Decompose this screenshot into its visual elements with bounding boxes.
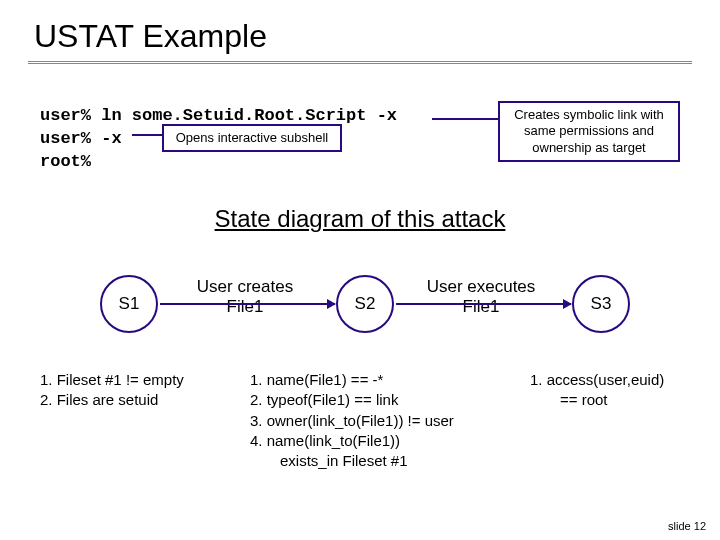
title-underline — [28, 61, 692, 64]
trans1-line2: File1 — [227, 297, 264, 316]
cond2-line4: 4. name(link_to(File1)) — [250, 431, 520, 451]
cond3-line1: 1. access(user,euid) — [530, 370, 710, 390]
state-diagram: S1 User creates File1 S2 User executes F… — [0, 255, 720, 375]
cond2-line5: exists_in Fileset #1 — [250, 451, 520, 471]
conditions-s2: 1. name(File1) == -* 2. typeof(File1) ==… — [250, 370, 520, 471]
cond1-line2: 2. Files are setuid — [40, 390, 230, 410]
conditions-s3: 1. access(user,euid) == root — [530, 370, 710, 411]
trans2-line2: File1 — [463, 297, 500, 316]
section-heading: State diagram of this attack — [0, 205, 720, 233]
cond2-line1: 1. name(File1) == -* — [250, 370, 520, 390]
cond2-line3: 3. owner(link_to(File1)) != user — [250, 411, 520, 431]
state-s3: S3 — [572, 275, 630, 333]
transition-label-1: User creates File1 — [170, 277, 320, 318]
state-s1: S1 — [100, 275, 158, 333]
trans2-line1: User executes — [427, 277, 536, 296]
arrow-1 — [160, 303, 335, 305]
callout-symlink: Creates symbolic link with same permissi… — [498, 101, 680, 162]
cond3-line2: == root — [530, 390, 710, 410]
slide-title: USTAT Example — [0, 0, 720, 61]
trans1-line1: User creates — [197, 277, 293, 296]
conditions-s1: 1. Fileset #1 != empty 2. Files are setu… — [40, 370, 230, 411]
transition-label-2: User executes File1 — [406, 277, 556, 318]
slide-number: slide 12 — [668, 520, 706, 532]
arrow-2 — [396, 303, 571, 305]
cond2-line2: 2. typeof(File1) == link — [250, 390, 520, 410]
connector-line-symlink — [432, 118, 498, 120]
callout-subshell: Opens interactive subshell — [162, 124, 342, 152]
state-s2: S2 — [336, 275, 394, 333]
cond1-line1: 1. Fileset #1 != empty — [40, 370, 230, 390]
connector-line-subshell — [132, 134, 162, 136]
